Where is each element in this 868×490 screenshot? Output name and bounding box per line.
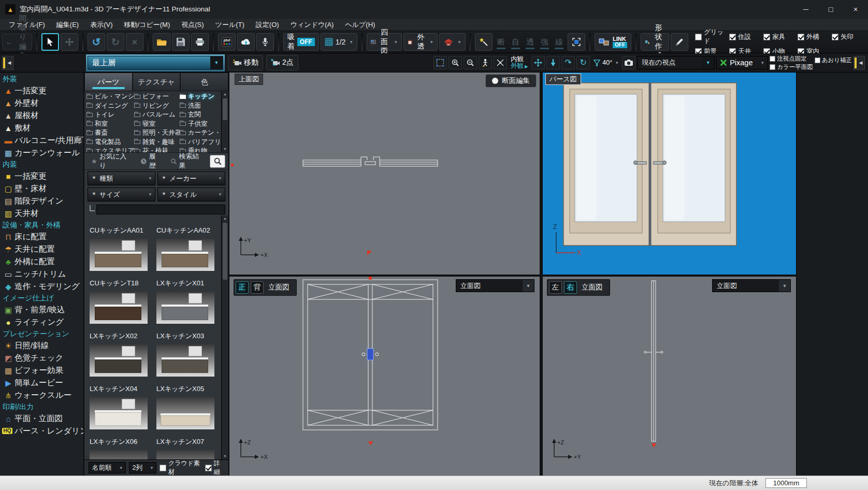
line-style-chip[interactable]: 線 [552, 34, 566, 50]
sidebar-item[interactable]: ▥ 天井材 [0, 207, 83, 220]
scroll-up-icon[interactable]: ▲ [223, 91, 227, 97]
elevation-direction-tab[interactable]: 左 [549, 281, 562, 294]
part-item[interactable]: LXキッチンX06 [90, 437, 153, 459]
snap-toggle-button[interactable]: 吸着 OFF [283, 33, 319, 51]
parts-tab[interactable]: 色 [180, 73, 228, 91]
favorites-tab[interactable]: ★ お気に入り [88, 152, 136, 170]
pan-view-button[interactable] [531, 56, 545, 69]
category-item[interactable]: ダイニング [86, 102, 134, 111]
camera-move-button[interactable]: 移動 [228, 55, 263, 70]
columns-select[interactable]: 2列 ▼ [129, 462, 156, 473]
viewport-side-elevation[interactable]: +Z +Y 左右 立面図 立面図 ▼ [543, 277, 796, 475]
menu-item[interactable]: ヘルプ(H) [339, 19, 381, 31]
sidebar-item[interactable]: ☀ 日照/斜線 [0, 339, 83, 352]
elevation-direction-tab[interactable]: 正 [236, 281, 249, 294]
print-button[interactable] [191, 33, 209, 51]
two-point-button[interactable]: 2点 [266, 55, 298, 70]
line-style-chip[interactable]: 透 [523, 34, 537, 50]
display-checkbox[interactable]: 矢印 [832, 28, 866, 46]
grid-scale-dropdown[interactable]: 1/2 ▼ [321, 33, 357, 51]
cloud-upload-button[interactable] [237, 33, 255, 51]
menu-item[interactable]: 視点(S) [176, 19, 209, 31]
search-results-tab[interactable]: 検索結果 [167, 152, 209, 170]
sidebar-item[interactable]: ■ 一括変更 [0, 170, 83, 182]
front-view-select[interactable]: 立面図 ▼ [456, 279, 534, 292]
category-scrollbar[interactable]: ▲ ▼ [221, 91, 228, 152]
category-item[interactable]: 洗面 [180, 102, 221, 111]
part-item[interactable]: LXキッチンX02 [90, 332, 153, 377]
category-item[interactable]: 照明・天井器具 [134, 128, 180, 138]
history-tab[interactable]: 履歴 [137, 152, 166, 170]
display-checkbox[interactable]: 外構 [798, 28, 832, 46]
category-item[interactable]: 子供室 [180, 120, 221, 129]
line-style-chip[interactable]: 断 [494, 34, 508, 50]
side-view-select[interactable]: 立面図 ▼ [712, 279, 791, 292]
category-item[interactable]: トイレ [86, 110, 134, 120]
part-item[interactable]: LXキッチンX07 [156, 437, 220, 459]
grid-size-value[interactable]: 1000mm [765, 478, 807, 488]
sidebar-item[interactable]: ◩ 色覚チェック [0, 352, 83, 364]
part-item[interactable]: LXキッチンX04 [90, 384, 153, 429]
search-button[interactable] [210, 155, 225, 168]
part-item[interactable]: CUキッチンAA01 [90, 226, 153, 271]
part-item[interactable]: CUキッチンT18 [90, 279, 153, 324]
category-item[interactable]: 寝室 [134, 120, 180, 129]
snapshot-button[interactable] [622, 56, 635, 69]
pbd-button[interactable]: pbd [218, 33, 236, 51]
menu-item[interactable]: 編集(E) [51, 19, 84, 31]
category-item[interactable]: バリアフリー [180, 138, 221, 147]
parts-scrollbar[interactable]: ▲ ▼ [221, 215, 228, 459]
menu-item[interactable]: 表示(V) [84, 19, 118, 31]
sidebar-item[interactable]: ⋔ ウォークスルー [0, 389, 83, 401]
parts-tab[interactable]: テクスチャ [133, 73, 181, 91]
sidebar-item[interactable]: ● ライティング [0, 316, 83, 328]
sidebar-item[interactable]: ♣ 外構に配置 [0, 255, 83, 268]
menu-item[interactable]: ウィンドウ(A) [285, 19, 340, 31]
sidebar-item[interactable]: ▩ ビフォー効果 [0, 364, 83, 377]
measure-pen-button[interactable] [671, 33, 688, 51]
fix-target-checkbox[interactable]: 注視点固定 [770, 55, 813, 63]
pixage-select[interactable]: Pixage ▼ [716, 56, 768, 69]
shape-create-button[interactable]: 形状作成 [641, 33, 669, 51]
search-path-field[interactable] [96, 205, 225, 214]
fit-view-button[interactable] [433, 56, 447, 69]
sidebar-item[interactable]: ▶ 簡単ムービー [0, 377, 83, 389]
link-toggle-button[interactable]: LINK OFF [595, 33, 631, 51]
display-checkbox[interactable]: 住設 [729, 28, 763, 46]
minimize-button[interactable]: ─ [793, 0, 818, 19]
part-item[interactable]: LXキッチンX03 [156, 332, 220, 377]
sidebar-item[interactable]: ▲ 一括変更 [0, 84, 83, 97]
maximize-button[interactable]: □ [818, 0, 843, 19]
render-mode-dropdown[interactable]: 外透 ▼ [403, 33, 438, 51]
category-item[interactable]: 雑貨・趣味 [134, 138, 180, 147]
sidebar-item[interactable]: ▬ バルコニー/共用廊下 [0, 134, 83, 147]
scroll-down-icon[interactable]: ▼ [223, 146, 227, 152]
sidebar-item[interactable]: ▣ 背・前景/映込 [0, 304, 83, 316]
category-item[interactable]: カーテン・ラグ [180, 128, 221, 138]
part-item[interactable]: CUキッチンAA02 [156, 226, 220, 271]
category-item[interactable]: 書斎 [86, 128, 134, 138]
select-tool-button[interactable] [41, 33, 59, 51]
scroll-thumb[interactable] [223, 98, 227, 120]
roof-display-dropdown[interactable]: ▼ [439, 33, 466, 51]
section-edit-button[interactable]: 断面編集 [485, 74, 537, 88]
save-button[interactable] [172, 33, 190, 51]
close-button[interactable]: × [843, 0, 868, 19]
right-panel-collapse-button[interactable]: ◀ [853, 56, 865, 70]
category-item[interactable]: ビル・マンション [86, 92, 134, 102]
color-plan-checkbox[interactable]: カラー平面図 [770, 63, 813, 71]
zoom-out-button[interactable] [464, 56, 477, 69]
delete-button[interactable]: × [126, 33, 143, 51]
parts-tab[interactable]: パーツ [84, 73, 133, 91]
menu-item[interactable]: 設定(O) [250, 19, 285, 31]
display-checkbox[interactable]: グリッド [695, 28, 729, 46]
line-style-chip[interactable]: 自 [509, 34, 523, 50]
viewport-perspective[interactable]: Z X パース図 [543, 73, 796, 275]
sidebar-item[interactable]: ▲ 敷材 [0, 122, 83, 134]
viewport-front-elevation[interactable]: +Z +X 正背 立面図 立面図 ▼ [229, 277, 540, 475]
category-item[interactable]: 和室 [86, 120, 134, 129]
wand-button[interactable] [475, 33, 493, 51]
view-layout-dropdown[interactable]: 四面図 ▼ [367, 33, 402, 51]
viewport-plan[interactable]: +Y +X 上面図 断面編集 [229, 73, 540, 275]
filter-select[interactable]: ＊ 種類 ▼ [88, 171, 155, 185]
